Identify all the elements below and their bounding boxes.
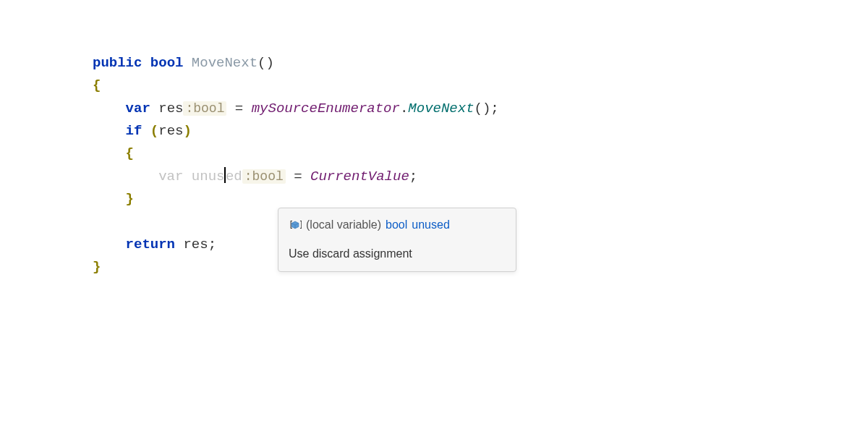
property-ref: CurrentValue [310,169,409,184]
identifier-res: res [158,101,183,116]
type-hint: :bool [183,101,226,116]
method-name: MoveNext [192,55,258,71]
svg-text:]: ] [299,220,302,230]
dot-operator: . [400,101,408,116]
keyword-bool: bool [150,55,184,71]
identifier-unused-post: ed [226,169,242,184]
semicolon: ; [208,237,216,252]
semicolon: ; [490,101,498,116]
tooltip-kind-label: (local variable) [306,216,381,234]
quick-fix-action[interactable]: Use discard assignment [289,244,504,263]
brace-close: } [126,191,134,207]
type-hint: :bool [242,169,286,184]
identifier-res: res [183,237,208,252]
brace-open: { [126,145,134,161]
keyword-public: public [93,55,142,71]
assign-operator: = [226,101,251,116]
brace-open: { [93,77,101,93]
if-paren-close: ) [183,123,191,139]
identifier-res: res [158,123,183,139]
semicolon: ; [409,169,417,184]
member-access: mySourceEnumerator [252,101,400,116]
keyword-if: if [126,123,142,139]
call-parens: () [475,101,491,116]
identifier-unused-pre: unus [192,169,225,184]
brace-close: } [93,259,101,275]
tooltip-symbol-info: [ ] (local variable) bool unused [289,216,504,234]
text-cursor [224,167,226,183]
keyword-var-dimmed: var [158,169,183,184]
parentheses: () [258,55,274,71]
quick-info-tooltip: [ ] (local variable) bool unused Use dis… [278,208,516,272]
assign-operator: = [286,169,310,184]
keyword-return: return [126,237,175,252]
tooltip-var-name: unused [412,216,450,234]
local-variable-icon: [ ] [289,220,302,230]
if-paren-open: ( [150,123,158,139]
method-call: MoveNext [408,101,474,116]
keyword-var: var [126,101,150,116]
tooltip-type: bool [386,216,407,234]
